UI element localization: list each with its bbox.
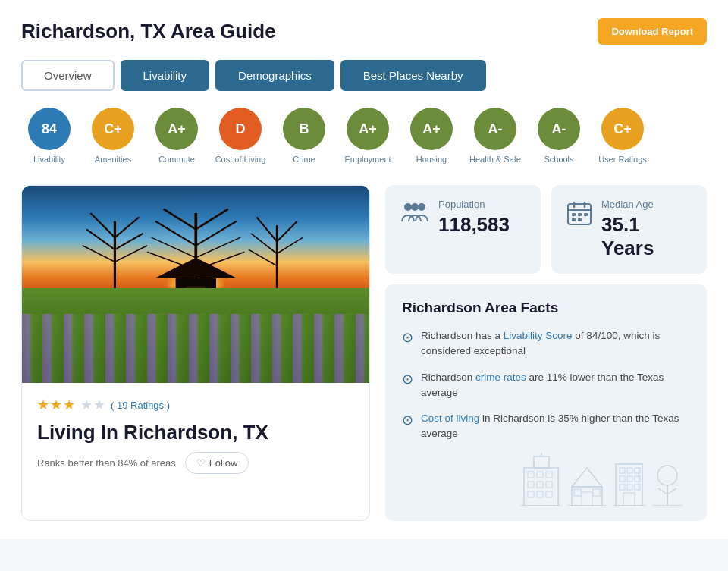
- svg-marker-50: [572, 468, 602, 487]
- population-value: 118,583: [438, 213, 510, 237]
- stats-row: Population 118,583: [385, 185, 707, 274]
- svg-rect-41: [528, 482, 534, 488]
- svg-marker-23: [155, 258, 237, 278]
- fact-item-0: ⊙ Richardson has a Livability Score of 8…: [402, 328, 690, 359]
- svg-rect-62: [635, 476, 640, 482]
- score-livability[interactable]: 84 Livability: [21, 108, 77, 164]
- score-schools[interactable]: A- Schools: [531, 108, 587, 164]
- svg-rect-57: [620, 468, 625, 473]
- facts-title: Richardson Area Facts: [402, 300, 690, 316]
- header: Richardson, TX Area Guide Download Repor…: [21, 18, 707, 45]
- score-circle-cost-of-living: D: [219, 108, 262, 150]
- score-circle-employment: A+: [347, 108, 389, 150]
- median-age-card: Median Age 35.1 Years: [551, 185, 707, 274]
- svg-line-13: [196, 237, 240, 258]
- stars-empty: ★★: [80, 397, 106, 413]
- svg-line-5: [82, 246, 115, 262]
- svg-line-21: [248, 249, 276, 265]
- score-circle-housing: A+: [410, 108, 453, 150]
- card-body: ★★★★★ ( 19 Ratings ) Living In Richardso…: [22, 383, 369, 489]
- check-icon-0: ⊙: [402, 329, 413, 346]
- scores-row: 84 Livability C+ Amenities A+ Commute D …: [21, 108, 707, 164]
- follow-button[interactable]: ♡ Follow: [185, 452, 249, 474]
- score-cost-of-living[interactable]: D Cost of Living: [212, 108, 268, 164]
- svg-line-18: [277, 221, 297, 242]
- svg-rect-58: [627, 468, 632, 473]
- population-card: Population 118,583: [385, 185, 541, 274]
- svg-line-6: [115, 246, 147, 262]
- score-circle-crime: B: [283, 108, 325, 150]
- building-svg-4: [652, 464, 682, 506]
- page-container: Richardson, TX Area Guide Download Repor…: [0, 0, 728, 539]
- svg-rect-44: [528, 491, 534, 497]
- score-circle-health-safe: A-: [474, 108, 516, 150]
- svg-line-12: [151, 237, 196, 258]
- score-user-ratings[interactable]: C+ User Ratings: [595, 108, 651, 164]
- check-icon-1: ⊙: [402, 371, 413, 387]
- tab-livability[interactable]: Livability: [121, 60, 210, 91]
- svg-line-4: [115, 234, 143, 249]
- svg-line-3: [115, 218, 139, 238]
- livability-score-link[interactable]: Livability Score: [504, 330, 573, 341]
- svg-point-68: [657, 466, 677, 485]
- svg-rect-63: [620, 485, 625, 490]
- svg-rect-32: [572, 213, 576, 216]
- score-housing[interactable]: A+ Housing: [403, 108, 460, 164]
- city-image: [22, 186, 369, 383]
- svg-line-9: [196, 209, 228, 230]
- score-employment[interactable]: A+ Employment: [340, 108, 396, 164]
- stars-row: ★★★★★ ( 19 Ratings ): [37, 397, 354, 413]
- svg-rect-43: [546, 482, 552, 488]
- heart-icon: ♡: [196, 457, 206, 469]
- ranks-row: Ranks better than 84% of areas ♡ Follow: [37, 452, 354, 474]
- facts-card: Richardson Area Facts ⊙ Richardson has a…: [385, 284, 707, 521]
- building-svg-2: [568, 460, 606, 506]
- svg-rect-40: [546, 472, 552, 478]
- svg-rect-42: [537, 482, 543, 488]
- main-content: ★★★★★ ( 19 Ratings ) Living In Richardso…: [21, 185, 707, 521]
- svg-rect-61: [627, 476, 632, 482]
- download-report-button[interactable]: Download Report: [598, 18, 707, 45]
- score-health-safe[interactable]: A- Health & Safe: [467, 108, 523, 164]
- cost-of-living-link[interactable]: Cost of living: [421, 413, 479, 424]
- buildings-illustration: [402, 453, 690, 506]
- population-label: Population: [438, 199, 510, 210]
- tab-overview[interactable]: Overview: [21, 60, 115, 91]
- svg-rect-66: [623, 493, 635, 506]
- svg-rect-38: [528, 472, 534, 478]
- svg-rect-36: [578, 218, 582, 221]
- fact-text-1: Richardson crime rates are 11% lower tha…: [421, 370, 690, 401]
- city-name: Living In Richardson, TX: [37, 421, 354, 444]
- svg-rect-53: [574, 489, 581, 496]
- score-circle-schools: A-: [538, 108, 580, 150]
- score-circle-user-ratings: C+: [601, 108, 644, 150]
- fact-item-2: ⊙ Cost of living in Richardson is 35% hi…: [402, 411, 690, 442]
- tab-best-places-nearby[interactable]: Best Places Nearby: [340, 60, 486, 91]
- svg-rect-39: [537, 472, 543, 478]
- ratings-link[interactable]: ( 19 Ratings ): [111, 400, 170, 411]
- score-commute[interactable]: A+ Commute: [149, 108, 205, 164]
- tab-demographics[interactable]: Demographics: [215, 60, 334, 91]
- svg-line-70: [658, 488, 667, 494]
- svg-rect-48: [534, 456, 549, 468]
- fact-item-1: ⊙ Richardson crime rates are 11% lower t…: [402, 370, 690, 401]
- svg-rect-33: [578, 213, 582, 216]
- svg-rect-45: [537, 491, 543, 497]
- population-icon: [400, 200, 429, 228]
- building-svg-1: [520, 453, 562, 506]
- calendar-icon: [566, 200, 592, 231]
- score-crime[interactable]: B Crime: [276, 108, 332, 164]
- svg-line-1: [90, 213, 115, 237]
- building-svg-3: [612, 456, 646, 506]
- right-panels: Population 118,583: [385, 185, 707, 521]
- ranks-text: Ranks better than 84% of areas: [37, 457, 176, 469]
- svg-point-25: [404, 203, 412, 211]
- svg-rect-54: [593, 489, 600, 496]
- city-card: ★★★★★ ( 19 Ratings ) Living In Richardso…: [21, 185, 370, 521]
- crime-rates-link[interactable]: crime rates: [475, 372, 526, 383]
- svg-point-26: [411, 203, 419, 211]
- score-amenities[interactable]: C+ Amenities: [85, 108, 141, 164]
- check-icon-2: ⊙: [402, 412, 413, 428]
- median-age-value: 35.1 Years: [601, 213, 692, 260]
- svg-point-27: [418, 203, 425, 211]
